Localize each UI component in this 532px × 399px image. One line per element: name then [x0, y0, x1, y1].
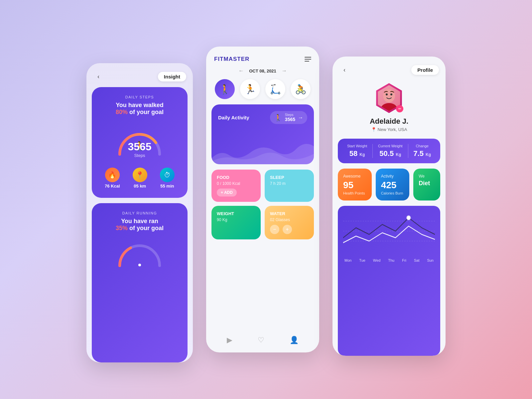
user-name: Adelaide J.	[370, 117, 408, 126]
water-decrease-button[interactable]: −	[270, 225, 279, 234]
steps-gauge-value: 3565 Steps	[128, 124, 151, 158]
avatar-edit-badge[interactable]: ✏	[396, 105, 403, 112]
profile-avatar-section: ✏ Adelaide J. 📍 New York, USA	[332, 79, 446, 139]
chart-day-tue: Tue	[359, 258, 365, 262]
food-label: FOOD	[217, 175, 255, 180]
weight-value: 90 Kg	[217, 217, 255, 222]
activity-value: 425	[381, 180, 404, 191]
chart-day-wed: Wed	[373, 258, 380, 262]
steps-arrow: →	[298, 115, 303, 121]
change-stat: Change 7.5 Kg	[413, 144, 431, 158]
user-location: 📍 New York, USA	[371, 127, 407, 132]
insight-badge: Insight	[158, 72, 186, 81]
stats-divider-2	[408, 144, 408, 158]
fitmaster-logo: FITMASTER	[214, 56, 249, 63]
chart-days: Mon Tue Wed Thu Fri Sat Sun	[343, 256, 435, 266]
chart-day-mon: Mon	[344, 258, 351, 262]
activity-icons-row: 🚶 🏃 🛴 🚴	[206, 79, 319, 104]
awesome-card: Awesome 95 Health Points	[338, 169, 372, 200]
current-weight-label: Current Weight	[378, 144, 403, 148]
avatar-container: ✏	[374, 83, 404, 113]
chart-day-sat: Sat	[414, 258, 420, 262]
current-weight-stat: Current Weight 50.5 Kg	[378, 144, 403, 158]
daily-steps-title: You have walked 80% of your goal	[98, 102, 181, 116]
nav-heart-icon[interactable]: ♡	[258, 336, 264, 344]
food-sleep-grid: FOOD 0 / 1000 Kcal + ADD SLEEP 7 h 20 m …	[206, 170, 319, 243]
running-gauge	[98, 236, 181, 269]
daily-activity-header: Daily Activity 🚶 Steps 3565 →	[218, 111, 307, 124]
sleep-value: 7 h 20 m	[270, 181, 309, 186]
steps-gauge: 🚶 3565 Steps	[98, 121, 181, 161]
weight-stats-card: Start Weight 58 Kg Current Weight 50.5 K…	[338, 139, 440, 163]
fitmaster-header: FITMASTER	[206, 47, 319, 66]
water-label: WATER	[270, 211, 309, 216]
bottom-nav: ▶ ♡ 👤	[206, 331, 319, 352]
diet-label: We	[419, 174, 435, 179]
date-nav: ← OCT 08, 2021 →	[206, 66, 319, 79]
svg-point-1	[138, 264, 141, 266]
stat-kcal: 🔥 76 Kcal	[105, 168, 120, 189]
activity-label: Activity	[381, 174, 404, 179]
activity-walk[interactable]: 🚶	[215, 79, 235, 99]
awesome-value: 95	[343, 180, 366, 191]
chart-card: Mon Tue Wed Thu Fri Sat Sun	[338, 206, 440, 356]
profile-badge: Profile	[411, 65, 439, 75]
km-icon: 📍	[133, 168, 147, 182]
health-cards-row: Awesome 95 Health Points Activity 425 Ca…	[332, 169, 446, 206]
min-value: 55 min	[160, 184, 174, 189]
daily-steps-card: DAILY STEPS You have walked 80% of your …	[92, 87, 188, 198]
current-weight-value: 50.5 Kg	[378, 149, 403, 158]
running-title: You have ran 35% of your goal	[98, 218, 181, 232]
food-value: 0 / 1000 Kcal	[217, 181, 255, 186]
start-weight-value: 58 Kg	[347, 149, 367, 158]
activity-cycle[interactable]: 🚴	[291, 79, 311, 99]
nav-profile-icon[interactable]: 👤	[290, 336, 299, 344]
phone-insight: ‹ Insight DAILY STEPS You have walked 80…	[86, 63, 193, 362]
chart-day-thu: Thu	[388, 258, 394, 262]
running-subtitle: DAILY RUNNING	[98, 211, 181, 215]
svg-point-4	[386, 93, 388, 95]
activity-scooter[interactable]: 🛴	[265, 79, 285, 99]
stat-min: ⏱ 55 min	[160, 168, 175, 189]
weight-card: WEIGHT 90 Kg	[211, 206, 261, 239]
next-date-arrow[interactable]: →	[282, 68, 287, 74]
chart-day-sun: Sun	[427, 258, 434, 262]
water-increase-button[interactable]: +	[283, 225, 292, 234]
svg-point-3	[381, 103, 397, 111]
water-controls: − +	[270, 225, 309, 234]
water-value: 02 Glasses	[270, 217, 309, 222]
diet-card: We Diet	[413, 169, 440, 200]
min-icon: ⏱	[160, 168, 175, 182]
food-add-button[interactable]: + ADD	[217, 189, 237, 197]
awesome-label: Awesome	[343, 174, 366, 179]
nav-video-icon[interactable]: ▶	[227, 336, 232, 344]
running-percent: 35%	[116, 225, 128, 231]
prev-date-arrow[interactable]: ←	[238, 68, 244, 74]
weight-label: WEIGHT	[217, 211, 255, 216]
activity-run[interactable]: 🏃	[240, 79, 260, 99]
phone1-header: ‹ Insight	[86, 63, 193, 87]
daily-activity-card[interactable]: Daily Activity 🚶 Steps 3565 →	[211, 104, 314, 164]
food-card: FOOD 0 / 1000 Kcal + ADD	[211, 170, 261, 202]
activity-card: Activity 425 Calories Burn	[376, 169, 410, 200]
change-label: Change	[413, 144, 431, 148]
location-icon: 📍	[371, 127, 376, 132]
phone-profile: ‹ Profile ✏ A	[332, 57, 446, 356]
hamburger-menu[interactable]	[305, 57, 311, 62]
steps-badge: 🚶 Steps 3565 →	[270, 111, 307, 124]
awesome-sublabel: Health Points	[343, 191, 366, 195]
water-card: WATER 02 Glasses − +	[265, 206, 314, 239]
svg-point-2	[383, 89, 395, 102]
daily-steps-subtitle: DAILY STEPS	[98, 95, 181, 99]
stat-km: 📍 05 km	[133, 168, 147, 189]
phone-fitmaster: FITMASTER ← OCT 08, 2021 → 🚶 🏃 🛴 🚴 Daily…	[206, 47, 319, 352]
change-value: 7.5 Kg	[413, 149, 431, 158]
start-weight-stat: Start Weight 58 Kg	[347, 144, 367, 158]
steps-badge-label: Steps	[285, 113, 295, 117]
daily-activity-label: Daily Activity	[218, 115, 249, 120]
activity-sublabel: Calories Burn	[381, 191, 404, 195]
stats-row: 🔥 76 Kcal 📍 05 km ⏱ 55 min	[98, 164, 181, 190]
profile-back-button[interactable]: ‹	[339, 65, 350, 75]
back-button[interactable]: ‹	[93, 71, 104, 82]
chart-day-fri: Fri	[402, 258, 406, 262]
